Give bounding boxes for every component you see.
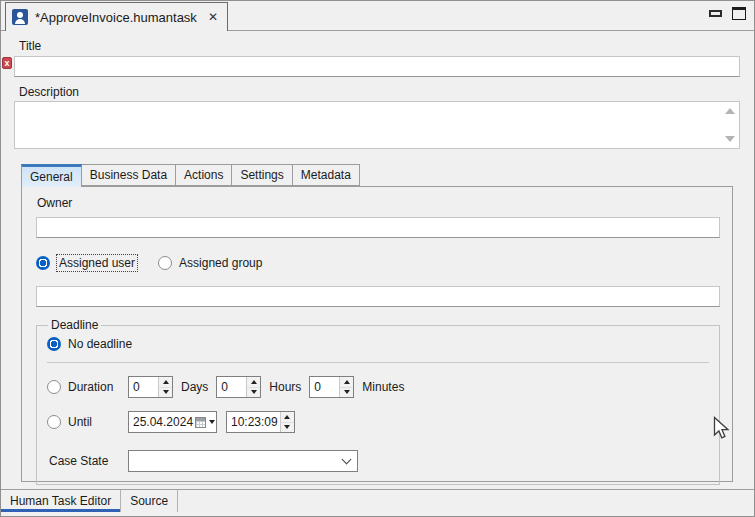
- hours-stepper[interactable]: 0: [216, 376, 261, 398]
- date-picker-button[interactable]: [193, 412, 219, 432]
- general-tab-panel: Owner Assigned user Assigned group Deadl…: [21, 186, 733, 482]
- tab-human-task-editor[interactable]: Human Task Editor: [1, 490, 121, 512]
- hours-label: Hours: [269, 380, 301, 394]
- assigned-group-radio[interactable]: [158, 256, 172, 270]
- editor-tab-approveinvoice[interactable]: *ApproveInvoice.humantask ✕: [5, 2, 228, 31]
- until-date-value: 25.04.2024: [129, 412, 193, 432]
- owner-input[interactable]: [36, 217, 720, 238]
- duration-row: Duration 0 Days 0: [47, 376, 711, 398]
- assigned-user-label[interactable]: Assigned user: [57, 255, 137, 271]
- task-form: Title x Description General Business Dat…: [1, 31, 754, 482]
- human-task-icon: [12, 9, 28, 25]
- hours-spin-buttons: [246, 377, 260, 397]
- days-label: Days: [181, 380, 208, 394]
- time-spin-buttons: [280, 412, 294, 432]
- hours-value: 0: [217, 377, 246, 397]
- case-state-value: [129, 451, 335, 471]
- no-deadline-radio[interactable]: [47, 337, 61, 351]
- deadline-separator: [47, 362, 709, 363]
- calendar-icon: [195, 417, 206, 428]
- case-state-row: Case State: [47, 450, 711, 472]
- spin-down-icon[interactable]: [281, 423, 294, 433]
- tab-source-label: Source: [130, 494, 168, 508]
- spin-up-icon[interactable]: [340, 377, 353, 388]
- minutes-value: 0: [310, 377, 339, 397]
- case-state-label: Case State: [49, 454, 108, 468]
- tab-metadata-label: Metadata: [301, 168, 351, 182]
- description-label: Description: [19, 85, 740, 99]
- tab-metadata[interactable]: Metadata: [293, 164, 360, 186]
- error-marker-icon: x: [2, 57, 12, 69]
- minutes-label: Minutes: [362, 380, 404, 394]
- minutes-stepper[interactable]: 0: [309, 376, 354, 398]
- spin-up-icon[interactable]: [247, 377, 260, 388]
- dropdown-arrow-icon: [209, 420, 215, 424]
- title-input[interactable]: [14, 56, 740, 77]
- assignment-radio-row: Assigned user Assigned group: [36, 255, 720, 271]
- deadline-legend: Deadline: [48, 318, 101, 332]
- until-time-value: 10:23:09: [227, 412, 280, 432]
- tab-general[interactable]: General: [21, 164, 82, 187]
- minutes-spin-buttons: [339, 377, 353, 397]
- spin-down-icon[interactable]: [247, 388, 260, 398]
- case-state-combobox[interactable]: [128, 450, 358, 472]
- tab-source[interactable]: Source: [121, 490, 178, 512]
- properties-tabs: General Business Data Actions Settings M…: [21, 164, 733, 186]
- scroll-up-icon[interactable]: [725, 108, 735, 114]
- minimize-icon[interactable]: [709, 10, 722, 17]
- until-label[interactable]: Until: [68, 415, 92, 429]
- view-controls: [709, 7, 746, 20]
- assigned-group-label[interactable]: Assigned group: [179, 256, 262, 270]
- duration-label[interactable]: Duration: [68, 380, 113, 394]
- close-tab-icon[interactable]: ✕: [208, 10, 218, 24]
- tab-settings[interactable]: Settings: [232, 164, 292, 186]
- tab-business-data-label: Business Data: [90, 168, 167, 182]
- tab-actions-label: Actions: [184, 168, 223, 182]
- deadline-group: Deadline No deadline Duration 0: [36, 318, 720, 485]
- combo-dropdown-button[interactable]: [335, 451, 357, 471]
- days-value: 0: [129, 377, 158, 397]
- spin-down-icon[interactable]: [340, 388, 353, 398]
- editor-tab-strip: *ApproveInvoice.humantask ✕: [1, 1, 754, 31]
- days-spin-buttons: [158, 377, 172, 397]
- no-deadline-row: No deadline: [47, 337, 711, 351]
- human-task-editor-window: *ApproveInvoice.humantask ✕ Title x Desc…: [0, 0, 755, 517]
- properties-tab-folder: General Business Data Actions Settings M…: [21, 164, 733, 482]
- spin-up-icon[interactable]: [159, 377, 172, 388]
- until-time-stepper[interactable]: 10:23:09: [226, 411, 295, 433]
- editor-tab-title: *ApproveInvoice.humantask: [35, 10, 197, 25]
- until-date-picker[interactable]: 25.04.2024: [128, 411, 217, 433]
- days-stepper[interactable]: 0: [128, 376, 173, 398]
- scroll-down-icon[interactable]: [725, 136, 735, 142]
- description-field-wrap: [14, 101, 740, 149]
- chevron-down-icon: [341, 454, 351, 464]
- owner-label: Owner: [37, 196, 720, 210]
- duration-radio[interactable]: [47, 380, 61, 394]
- maximize-icon[interactable]: [732, 7, 746, 20]
- tab-settings-label: Settings: [240, 168, 283, 182]
- spin-down-icon[interactable]: [159, 388, 172, 398]
- tab-human-task-editor-label: Human Task Editor: [10, 494, 111, 508]
- title-field-row: x: [14, 56, 740, 77]
- tab-actions[interactable]: Actions: [176, 164, 232, 186]
- assigned-user-radio[interactable]: [36, 256, 50, 270]
- until-radio[interactable]: [47, 415, 61, 429]
- no-deadline-label[interactable]: No deadline: [68, 337, 132, 351]
- assignee-input[interactable]: [36, 286, 720, 307]
- description-input[interactable]: [14, 101, 740, 149]
- editor-mode-tabs: Human Task Editor Source: [1, 489, 754, 512]
- tab-general-label: General: [30, 170, 73, 184]
- title-label: Title: [19, 31, 740, 53]
- until-row: Until 25.04.2024 10:23:09: [47, 411, 711, 433]
- tab-business-data[interactable]: Business Data: [82, 164, 176, 186]
- spin-up-icon[interactable]: [281, 412, 294, 423]
